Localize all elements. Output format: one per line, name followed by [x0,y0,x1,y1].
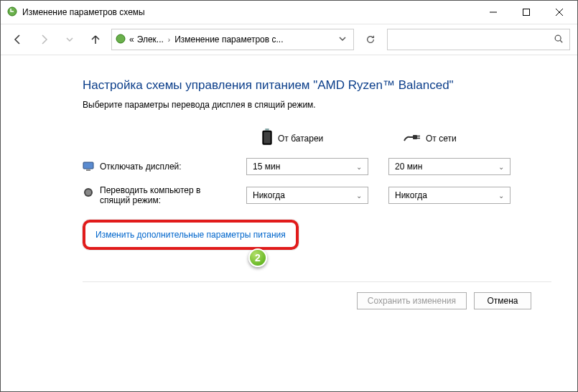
svg-point-5 [116,34,125,43]
breadcrumb-seg2[interactable]: Изменение параметров с... [174,34,283,45]
col-battery-label: От батареи [278,134,323,144]
select-sleep-ac[interactable]: Никогда ⌄ [388,187,511,204]
up-button[interactable] [85,29,106,50]
select-value: Никогда [395,190,427,200]
monitor-icon [83,161,94,172]
select-value: 15 мин [253,162,280,172]
cancel-button[interactable]: Отмена [474,292,531,309]
chevron-down-icon: ⌄ [498,192,504,200]
refresh-button[interactable] [360,29,381,50]
svg-line-7 [560,40,562,42]
col-ac: От сети [388,131,511,146]
save-button[interactable]: Сохранить изменения [357,292,467,309]
chevron-right-icon[interactable]: › [167,36,172,44]
col-ac-label: От сети [426,134,457,144]
minimize-button[interactable] [477,1,510,24]
breadcrumb-seg1[interactable]: Элек... [137,34,164,45]
advanced-settings-link[interactable]: Изменить дополнительные параметры питани… [95,230,286,240]
svg-rect-8 [265,129,269,131]
titlebar: Изменение параметров схемы [1,1,577,24]
annotation-badge: 2 [248,248,267,267]
address-bar[interactable]: « Элек... › Изменение параметров с... [111,29,354,50]
close-button[interactable] [543,1,576,24]
svg-rect-15 [86,169,90,171]
window-controls [477,1,576,24]
svg-point-17 [85,190,91,195]
svg-rect-11 [413,135,417,139]
row-display-off-text: Отключать дисплей: [100,162,182,172]
svg-rect-2 [523,9,530,16]
col-battery: От батареи [246,129,368,148]
search-input[interactable] [393,34,554,45]
window-title: Изменение параметров схемы [22,7,477,17]
battery-icon [261,129,274,148]
svg-rect-10 [264,132,270,144]
forward-button[interactable] [34,29,54,50]
settings-grid: От батареи От сети Отключать дисплей: 15… [83,129,551,205]
page-heading: Настройка схемы управления питанием "AMD… [83,78,551,93]
row-sleep-text: Переводить компьютер в спящий режим: [100,185,226,205]
highlight-box: Изменить дополнительные параметры питани… [83,220,299,250]
select-value: 20 мин [395,162,422,172]
search-box[interactable] [387,29,570,50]
svg-point-6 [555,35,561,41]
app-icon [115,33,126,47]
app-icon [6,6,18,19]
recent-dropdown[interactable] [60,29,80,50]
address-dropdown-icon[interactable] [335,34,350,45]
select-display-off-ac[interactable]: 20 мин ⌄ [388,158,511,175]
row-sleep-label: Переводить компьютер в спящий режим: [83,185,226,205]
search-icon[interactable] [554,34,564,46]
sleep-icon [83,187,94,198]
plug-icon [403,131,421,146]
content-area: Настройка схемы управления питанием "AMD… [1,55,577,309]
chevron-down-icon: ⌄ [498,163,504,171]
navbar: « Элек... › Изменение параметров с... [1,24,577,55]
select-display-off-battery[interactable]: 15 мин ⌄ [246,158,368,175]
select-sleep-battery[interactable]: Никогда ⌄ [246,187,368,204]
chevron-down-icon: ⌄ [356,192,362,200]
breadcrumb-prefix: « [129,34,134,45]
chevron-down-icon: ⌄ [356,163,362,171]
maximize-button[interactable] [510,1,543,24]
button-row: Сохранить изменения Отмена [83,282,551,309]
select-value: Никогда [253,190,285,200]
svg-rect-14 [83,162,93,169]
row-display-off-label: Отключать дисплей: [83,161,226,172]
back-button[interactable] [8,29,28,50]
window: Изменение параметров схемы « Элек... › И… [0,0,578,392]
page-subheading: Выберите параметры перевода дисплея в сп… [83,100,551,110]
